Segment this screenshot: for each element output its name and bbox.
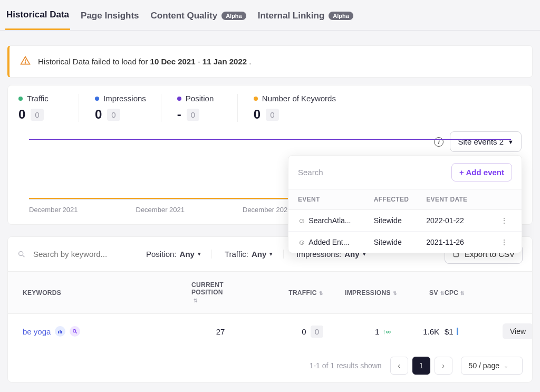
metric-value: 0: [254, 107, 261, 122]
add-event-button[interactable]: + Add event: [451, 163, 512, 181]
warning-icon: [20, 55, 31, 68]
col-cpc[interactable]: CPC: [445, 289, 503, 297]
event-affected: Sitewide: [374, 216, 427, 225]
event-name: ☺Added Ent...: [298, 238, 374, 246]
metric-label: Traffic: [18, 94, 64, 103]
alpha-badge: Alpha: [221, 12, 246, 20]
metric-value: 0: [95, 107, 102, 122]
event-name: ☺SearchAtla...: [298, 216, 374, 225]
alert-dash: -: [196, 57, 202, 66]
bar-chart-icon[interactable]: [55, 326, 65, 337]
keyword-sv: 1.6K: [397, 327, 445, 336]
metric-value: -: [177, 107, 181, 122]
event-affected: Sitewide: [374, 238, 427, 246]
search-icon: [17, 250, 26, 259]
col-position[interactable]: CURRENT POSITION: [191, 281, 249, 304]
section-tabs: Historical Data Page Insights Content Qu…: [0, 0, 540, 31]
magnify-icon[interactable]: [70, 326, 80, 337]
tab-content-quality-label: Content Quality: [151, 11, 218, 21]
per-page-label: 50 / page: [469, 361, 499, 370]
dot-icon: [177, 97, 181, 101]
keyword-search[interactable]: [17, 250, 133, 259]
tab-internal-linking[interactable]: Internal Linking Alpha: [257, 9, 354, 30]
metric-label: Number of Keywords: [254, 94, 336, 103]
keyword-text: be yoga: [23, 327, 51, 336]
keyword-search-input[interactable]: [33, 250, 118, 259]
results-count: 1-1 of 1 results shown: [310, 361, 382, 370]
metric-values: 0 0: [254, 107, 336, 122]
impressions-delta: ↑∞: [382, 328, 391, 336]
metric-delta: 0: [107, 109, 120, 121]
load-error-alert: Historical Data failed to load for 10 De…: [7, 45, 533, 78]
traffic-delta: 0: [311, 326, 323, 338]
chart-toolbar: i Site events 2 ▼: [434, 131, 522, 152]
metrics-row: Traffic 0 0 Impressions 0 0 Position: [18, 94, 522, 122]
keyword-row[interactable]: be yoga 27 0 0 1 ↑∞ 1.6K $1 View: [8, 314, 532, 349]
keyword-impressions: 1 ↑∞: [323, 327, 397, 336]
svg-line-3: [23, 255, 24, 257]
col-affected: AFFECTED: [374, 196, 427, 203]
col-sv[interactable]: SV: [397, 289, 445, 297]
metric-values: 0 0: [18, 107, 64, 122]
per-page-select[interactable]: 50 / page ⌄: [461, 357, 523, 375]
tab-content-quality[interactable]: Content Quality Alpha: [150, 9, 247, 30]
metric-name: Number of Keywords: [262, 94, 336, 103]
site-events-dropdown[interactable]: Site events 2 ▼: [450, 131, 522, 152]
filter-label: Position:: [146, 250, 177, 259]
metric-name: Traffic: [27, 94, 49, 103]
keywords-footer: 1-1 of 1 results shown ‹ 1 › 50 / page ⌄: [8, 349, 532, 382]
smile-icon: ☺: [298, 216, 305, 225]
svg-point-1: [25, 63, 25, 63]
col-event: EVENT: [298, 196, 374, 203]
tab-historical-data[interactable]: Historical Data: [5, 9, 70, 30]
metric-traffic[interactable]: Traffic 0 0: [18, 94, 79, 122]
x-tick: December 2021: [136, 206, 185, 214]
alert-start: 10 Dec 2021: [150, 57, 196, 66]
site-events-popover: Search + Add event EVENT AFFECTED EVENT …: [288, 155, 522, 253]
alpha-badge: Alpha: [329, 12, 353, 20]
metric-label: Impressions: [95, 94, 146, 103]
metric-delta: 0: [187, 109, 199, 121]
x-tick: December 2021: [29, 206, 78, 214]
chevron-down-icon: ▾: [198, 251, 201, 257]
metric-value: 0: [18, 107, 25, 122]
col-impressions[interactable]: IMPRESSIONS: [323, 289, 397, 297]
alert-text: Historical Data failed to load for 10 De…: [38, 57, 251, 66]
col-traffic[interactable]: TRAFFIC: [249, 289, 323, 297]
metric-name: Position: [186, 94, 214, 103]
keywords-card: Position: Any ▾ Traffic: Any ▾ Impressio…: [7, 236, 533, 383]
alert-suffix: .: [247, 57, 251, 66]
svg-point-2: [19, 251, 23, 255]
next-page-button[interactable]: ›: [435, 357, 452, 375]
prev-page-button[interactable]: ‹: [390, 357, 408, 375]
event-row-menu-icon[interactable]: ⋮: [496, 238, 512, 246]
events-columns-header: EVENT AFFECTED EVENT DATE: [288, 189, 522, 210]
filter-traffic[interactable]: Traffic: Any ▾: [225, 250, 284, 259]
alert-prefix: Historical Data failed to load for: [38, 57, 150, 66]
pagination: ‹ 1 ›: [390, 357, 452, 375]
view-button[interactable]: View: [503, 323, 533, 339]
event-row[interactable]: ☺Added Ent... Sitewide 2021-11-26 ⋮: [288, 232, 522, 253]
event-date: 2022-01-22: [426, 216, 496, 225]
keyword-traffic: 0 0: [249, 326, 323, 338]
col-keywords[interactable]: KEYWORDS: [23, 289, 191, 297]
metric-keywords[interactable]: Number of Keywords 0 0: [254, 94, 351, 122]
keyword-name-cell[interactable]: be yoga: [23, 326, 191, 337]
svg-point-8: [73, 330, 76, 332]
event-row[interactable]: ☺SearchAtla... Sitewide 2022-01-22 ⋮: [288, 210, 522, 232]
svg-rect-7: [61, 331, 62, 333]
events-search-input[interactable]: Search: [298, 168, 323, 177]
position-series-line: [29, 139, 511, 140]
x-tick: December 2021: [243, 206, 292, 214]
event-row-menu-icon[interactable]: ⋮: [496, 216, 512, 225]
keywords-columns-header: KEYWORDS CURRENT POSITION TRAFFIC IMPRES…: [8, 272, 532, 314]
cpc-bar-icon: [457, 328, 458, 335]
events-popover-header: Search + Add event: [288, 156, 522, 189]
page-number-button[interactable]: 1: [412, 357, 430, 375]
tab-page-insights[interactable]: Page Insights: [80, 9, 140, 30]
filter-position[interactable]: Position: Any ▾: [146, 250, 212, 259]
metric-values: - 0: [177, 107, 223, 122]
metric-position[interactable]: Position - 0: [177, 94, 238, 122]
metric-impressions[interactable]: Impressions 0 0: [95, 94, 161, 122]
metric-delta: 0: [266, 109, 278, 121]
